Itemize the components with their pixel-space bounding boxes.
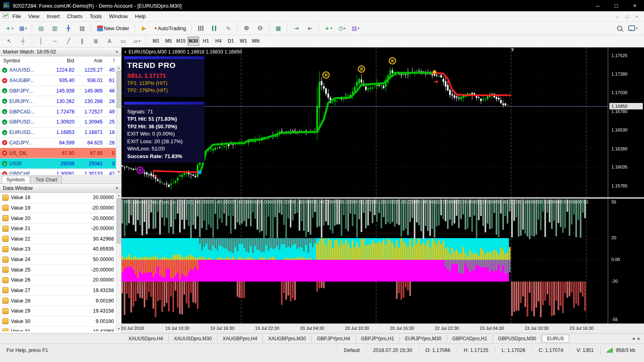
tab-scroll-right-button[interactable]: ▸ xyxy=(638,336,640,341)
chart-tab-xauusdpro-h4[interactable]: XAUUSDpro,H4 xyxy=(123,335,169,343)
chart-shift-button[interactable]: ⇤ xyxy=(303,23,316,33)
market-watch-row[interactable]: ▲US3025039250423 xyxy=(0,158,121,169)
profiles-button[interactable]: ▦▾ xyxy=(17,23,29,33)
bar-chart-button[interactable] xyxy=(194,23,207,33)
menu-charts[interactable]: Charts xyxy=(63,12,86,21)
market-watch-row[interactable]: ▼XAUGBP...935.40936.0161 xyxy=(0,76,121,86)
horizontal-line-button[interactable]: ─ xyxy=(48,36,61,46)
tab-tick-chart[interactable]: Tick Chart xyxy=(31,176,62,183)
menu-insert[interactable]: Insert xyxy=(43,12,64,21)
new-order-button[interactable]: New Order xyxy=(94,23,132,33)
chart-tab-gbpjpypro-h4[interactable]: GBPJPYpro,H4 xyxy=(312,335,355,343)
scroll-up-icon[interactable]: ▲ xyxy=(116,193,121,198)
column-bid[interactable]: Bid xyxy=(46,58,74,64)
tab-symbols[interactable]: Symbols xyxy=(2,176,30,183)
data-window-row[interactable]: Value 20-20.00000 xyxy=(0,213,121,224)
column-spread[interactable]: ! xyxy=(102,58,121,64)
timeframe-m30-button[interactable]: M30 xyxy=(188,37,199,46)
market-watch-row[interactable]: ▲GBPUSD...1.309201.3094525 xyxy=(0,117,121,128)
chart-tab-xauusdpro-m30[interactable]: XAUUSDpro,M30 xyxy=(169,335,217,343)
arrows-button[interactable]: ▱▾ xyxy=(130,36,143,46)
market-watch-row[interactable]: ▲GBPJPY...145.939145.98546 xyxy=(0,86,121,97)
scroll-down-icon[interactable]: ▼ xyxy=(116,169,121,175)
menu-tools[interactable]: Tools xyxy=(86,12,105,21)
data-window-row[interactable]: Value 289.00190 xyxy=(0,296,121,306)
chart-tab-gbpjpypro-h1[interactable]: GBPJPYpro,H1 xyxy=(356,335,400,343)
trendline-button[interactable]: ╱ xyxy=(62,36,75,46)
tile-windows-button[interactable]: ▦ xyxy=(272,23,285,33)
timeframe-w1-button[interactable]: W1 xyxy=(237,37,249,46)
market-watch-scrollbar[interactable]: ▲ ▼ xyxy=(116,65,121,175)
channel-button[interactable]: ∥ xyxy=(76,36,89,46)
data-window-row[interactable]: Value 2230.42968 xyxy=(0,234,121,245)
mdi-restore-button[interactable]: □ xyxy=(622,12,632,21)
data-window-row[interactable]: Value 19-20.00000 xyxy=(0,203,121,214)
scroll-up-icon[interactable]: ▲ xyxy=(116,65,121,70)
mdi-minimize-button[interactable]: – xyxy=(613,12,622,21)
line-chart-button[interactable]: ∿ xyxy=(222,23,235,33)
chart-tab-gbpusdpro-m30[interactable]: GBPUSDpro,M30 xyxy=(493,335,542,343)
menu-help[interactable]: Help xyxy=(131,12,149,21)
chart-tab-xaugbppro-m30[interactable]: XAUGBPpro,M30 xyxy=(263,335,312,343)
vertical-line-button[interactable]: │ xyxy=(35,36,47,46)
templates-button[interactable]: ▨▾ xyxy=(349,23,362,33)
timeframe-m15-button[interactable]: M15 xyxy=(175,37,187,46)
market-watch-row[interactable]: ▼GBPCHF...1.300911.3013342 xyxy=(0,169,121,175)
mdi-close-button[interactable]: × xyxy=(632,12,642,21)
candlestick-chart-button[interactable] xyxy=(208,23,221,33)
expert-advisor-button[interactable]: ▶ xyxy=(138,23,151,33)
menu-view[interactable]: View xyxy=(25,12,43,21)
periods-button[interactable]: ◷▾ xyxy=(335,23,348,33)
scroll-thumb[interactable] xyxy=(117,71,122,108)
market-watch-close-button[interactable]: × xyxy=(115,49,118,55)
price-scale[interactable]: 1.175251.172801.170301.167801.165301.162… xyxy=(608,47,644,197)
column-ask[interactable]: Ask xyxy=(74,58,102,64)
timeframe-h4-button[interactable]: H4 xyxy=(213,37,224,46)
column-symbol[interactable]: Symbol xyxy=(0,58,46,64)
fibonacci-button[interactable]: ≣ xyxy=(89,36,102,46)
community-button[interactable]: ▾ xyxy=(627,23,640,33)
new-chart-button[interactable]: ＋▾ xyxy=(3,23,16,33)
close-button[interactable]: × xyxy=(625,0,644,11)
data-window-row[interactable]: Value 2919.43158 xyxy=(0,306,121,317)
data-window-row[interactable]: Value 2719.43158 xyxy=(0,286,121,296)
main-chart-area[interactable]: ▾ EURUSDpro,M30 1.16900 1.16918 1.16833 … xyxy=(122,47,608,197)
search-button[interactable] xyxy=(613,23,626,33)
data-window-row[interactable]: Value 1820.00000 xyxy=(0,193,121,203)
text-label-button[interactable]: ▭ xyxy=(117,36,130,46)
indicator-panel[interactable]: RSI Mirrors - http://syni.ca - (14,50) -… xyxy=(122,199,608,323)
chart-tab-eurjpypro-m30[interactable]: EURJPYpro,M30 xyxy=(400,335,447,343)
timeframe-m5-button[interactable]: M5 xyxy=(163,37,174,46)
market-watch-row[interactable]: ▲EURJPY...130.262130.28826 xyxy=(0,96,121,107)
market-watch-row[interactable]: ▲EURUSD...1.168531.1687118 xyxy=(0,128,121,138)
maximize-button[interactable]: □ xyxy=(607,0,625,11)
data-window-close-button[interactable]: × xyxy=(115,185,118,191)
time-axis[interactable]: 19 Jul 201819 Jul 10:3019 Jul 16:3019 Ju… xyxy=(122,323,644,333)
timeframe-d1-button[interactable]: D1 xyxy=(225,37,237,46)
scroll-down-icon[interactable]: ▼ xyxy=(116,326,121,331)
crosshair-button[interactable]: ┼ xyxy=(17,36,29,46)
navigator-button[interactable]: ╋ xyxy=(62,23,75,33)
zoom-in-button[interactable]: ⊕ xyxy=(240,23,253,33)
market-watch-row[interactable]: ▲GBPCAD...1.724781.7252749 xyxy=(0,107,121,117)
scroll-thumb[interactable] xyxy=(117,198,122,243)
data-window-row[interactable]: Value 2620.00000 xyxy=(0,275,121,286)
menu-file[interactable]: File xyxy=(9,12,25,21)
zoom-out-button[interactable]: ⊖ xyxy=(254,23,266,33)
chart-tab-xaugbppro-h4[interactable]: XAUGBPpro,H4 xyxy=(217,335,263,343)
chart-tab-gbpcadpro-h1[interactable]: GBPCADpro,H1 xyxy=(447,335,493,343)
indicator-canvas[interactable] xyxy=(122,199,608,323)
chart-tab-eurus[interactable]: EURUS xyxy=(542,335,569,343)
data-window-row[interactable]: Value 2450.00000 xyxy=(0,255,121,265)
market-watch-row[interactable]: ▼US_OIL67.8067.855 xyxy=(0,148,121,158)
data-window-row[interactable]: Value 25-20.00000 xyxy=(0,265,121,275)
text-button[interactable]: A xyxy=(103,36,116,46)
data-window-row[interactable]: Value 31-10.42968 xyxy=(0,327,121,331)
auto-scroll-button[interactable]: ⇥ xyxy=(290,23,303,33)
timeframe-h1-button[interactable]: H1 xyxy=(200,37,212,46)
autotrading-button[interactable]: ●AutoTrading xyxy=(151,23,189,33)
timeframe-mn-button[interactable]: MN xyxy=(250,37,262,46)
data-window-button[interactable]: ▥ xyxy=(48,23,61,33)
tab-scroll-left-button[interactable]: ◂ xyxy=(632,336,635,341)
data-window-row[interactable]: Value 309.00190 xyxy=(0,317,121,327)
